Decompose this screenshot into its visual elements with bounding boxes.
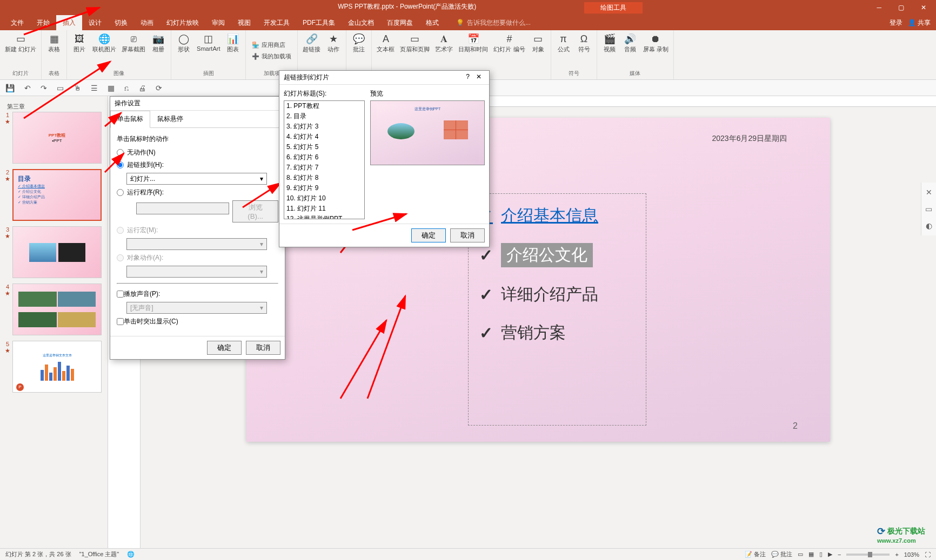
share-button[interactable]: 👤 共享 [908, 18, 931, 28]
listbox-item[interactable]: 10. 幻灯片 10 [284, 193, 364, 204]
listbox-item[interactable]: 4. 幻灯片 4 [284, 132, 364, 142]
zoom-in-icon[interactable]: + [895, 551, 898, 558]
radio-none[interactable] [117, 149, 124, 156]
listbox-item[interactable]: 12. 这里是举例PPT [284, 214, 364, 219]
hyperlink-button[interactable]: 🔗超链接 [300, 31, 323, 55]
radio-run-program[interactable] [117, 189, 124, 196]
bullet-item-3[interactable]: ✓详细介绍产品 [479, 284, 635, 306]
action-ok-button[interactable]: 确定 [207, 341, 242, 355]
comment-button[interactable]: 💬批注 [349, 31, 369, 55]
listbox-item[interactable]: 3. 幻灯片 3 [284, 122, 364, 132]
view-sorter-icon[interactable]: ▦ [808, 551, 814, 558]
listbox-item[interactable]: 11. 幻灯片 11 [284, 204, 364, 214]
undo-icon[interactable]: ↶ [24, 84, 31, 92]
minimize-icon[interactable]: ─ [872, 4, 886, 11]
datetime-button[interactable]: 📅日期和时间 [456, 31, 490, 55]
fit-window-icon[interactable]: ⛶ [925, 551, 931, 558]
equation-button[interactable]: π公式 [554, 31, 573, 55]
zoom-slider[interactable] [846, 554, 890, 556]
checkbox-highlight[interactable] [117, 318, 124, 325]
bullet-item-1[interactable]: ✓介绍基本信息 [479, 205, 635, 227]
picture-button[interactable]: 🖼图片 [70, 31, 89, 55]
listbox-item[interactable]: 9. 幻灯片 9 [284, 183, 364, 193]
thumbnail-1[interactable]: PPT教程•PPT [12, 112, 102, 164]
save-icon[interactable]: 💾 [5, 84, 15, 92]
table-button[interactable]: ▦表格 [44, 31, 64, 55]
listbox-item[interactable]: 8. 幻灯片 8 [284, 173, 364, 183]
online-picture-button[interactable]: 🌐联机图片 [90, 31, 118, 55]
menu-review[interactable]: 审阅 [205, 15, 231, 31]
link-cancel-button[interactable]: 取消 [450, 228, 485, 242]
side-icon[interactable]: ◐ [926, 221, 932, 230]
comments-button[interactable]: 💬 批注 [771, 550, 792, 558]
chart-button[interactable]: 📊图表 [223, 31, 243, 55]
menu-jinshan[interactable]: 金山文档 [342, 15, 380, 31]
shapes-button[interactable]: ◯形状 [174, 31, 193, 55]
tab-click[interactable]: 单击鼠标 [110, 111, 150, 128]
store-button[interactable]: 🏪应用商店 [249, 40, 289, 50]
header-footer-button[interactable]: ▭页眉和页脚 [398, 31, 432, 55]
menu-insert[interactable]: 插入 [56, 15, 82, 31]
qat-icon[interactable]: ☰ [91, 84, 98, 92]
qat-icon[interactable]: ⟳ [156, 84, 162, 92]
thumbnail-2[interactable]: 目录 ✓ 介绍基本信息 ✓ 介绍公文化 ✓ 详细介绍产品 ✓ 营销方案 [12, 169, 102, 221]
radio-hyperlink[interactable] [117, 161, 124, 168]
addins-button[interactable]: ➕我的加载项 [249, 51, 295, 62]
checkbox-play-sound[interactable] [117, 291, 124, 298]
qat-icon[interactable]: 🖨 [138, 84, 146, 92]
view-normal-icon[interactable]: ▭ [798, 551, 803, 558]
zoom-out-icon[interactable]: − [838, 551, 841, 558]
menu-transition[interactable]: 切换 [108, 15, 134, 31]
listbox-item[interactable]: 5. 幻灯片 5 [284, 142, 364, 152]
menu-baidu[interactable]: 百度网盘 [380, 15, 419, 31]
action-button[interactable]: ★动作 [324, 31, 343, 55]
listbox-item[interactable]: 6. 幻灯片 6 [284, 152, 364, 163]
new-slide-button[interactable]: ▭新建 幻灯片 [3, 31, 38, 55]
menu-animation[interactable]: 动画 [134, 15, 160, 31]
listbox-item[interactable]: 2. 目录 [284, 111, 364, 122]
content-textbox[interactable]: ✓介绍基本信息 ✓介绍公文化 ✓详细介绍产品 ✓营销方案 [468, 193, 646, 426]
redo-icon[interactable]: ↷ [41, 84, 47, 92]
listbox-item[interactable]: 7. 幻灯片 7 [284, 163, 364, 173]
action-cancel-button[interactable]: 取消 [246, 341, 280, 355]
bullet-item-2[interactable]: ✓介绍公文化 [479, 243, 635, 267]
album-button[interactable]: 📷相册 [149, 31, 168, 55]
slide-thumbnail-panel[interactable]: 第三章 1★ PPT教程•PPT 2★ 目录 ✓ 介绍基本信息 ✓ 介绍公文化 … [0, 96, 108, 548]
slide-number-button[interactable]: #幻灯片 编号 [491, 31, 527, 55]
side-icon[interactable]: ✕ [926, 188, 932, 197]
maximize-icon[interactable]: ▢ [894, 4, 908, 11]
section-label[interactable]: 第三章 [7, 103, 101, 111]
thumbnail-5[interactable]: 这里是举例文本文本 P [12, 341, 102, 393]
slide-title-listbox[interactable]: 1. PPT教程2. 目录3. 幻灯片 34. 幻灯片 45. 幻灯片 56. … [284, 100, 365, 219]
qat-icon[interactable]: ▭ [57, 84, 64, 92]
link-ok-button[interactable]: 确定 [411, 228, 446, 242]
dialog-help-icon[interactable]: ? [463, 73, 473, 80]
notes-button[interactable]: 📝 备注 [745, 550, 766, 558]
menu-design[interactable]: 设计 [82, 15, 108, 31]
dialog-close-icon[interactable]: ✕ [473, 73, 485, 80]
textbox-button[interactable]: A文本框 [375, 31, 397, 55]
video-button[interactable]: 🎬视频 [600, 31, 619, 55]
qat-icon[interactable]: ⎌ [124, 84, 129, 92]
thumbnail-4[interactable] [12, 284, 102, 335]
login-link[interactable]: 登录 [890, 18, 902, 28]
menu-home[interactable]: 开始 [30, 15, 56, 31]
view-slideshow-icon[interactable]: ▶ [828, 551, 832, 558]
audio-button[interactable]: 🔊音频 [620, 31, 640, 55]
thumbnail-3[interactable] [12, 226, 102, 278]
menu-format[interactable]: 格式 [419, 15, 445, 31]
view-reading-icon[interactable]: ▯ [819, 551, 823, 558]
menu-pdf[interactable]: PDF工具集 [296, 15, 342, 31]
object-button[interactable]: ▭对象 [529, 31, 548, 55]
screen-rec-button[interactable]: ⏺屏幕 录制 [641, 31, 671, 55]
tell-me-input[interactable]: 告诉我您想要做什么... [467, 18, 531, 28]
zoom-level[interactable]: 103% [904, 551, 919, 558]
menu-file[interactable]: 文件 [4, 15, 30, 31]
qat-icon[interactable]: ▦ [108, 84, 115, 92]
smartart-button[interactable]: ◫SmartArt [195, 31, 222, 53]
bullet-item-4[interactable]: ✓营销方案 [479, 322, 635, 344]
side-icon[interactable]: ▭ [925, 205, 932, 213]
menu-developer[interactable]: 开发工具 [257, 15, 296, 31]
listbox-item[interactable]: 1. PPT教程 [284, 101, 364, 111]
language-indicator[interactable]: 🌐 [127, 551, 135, 558]
